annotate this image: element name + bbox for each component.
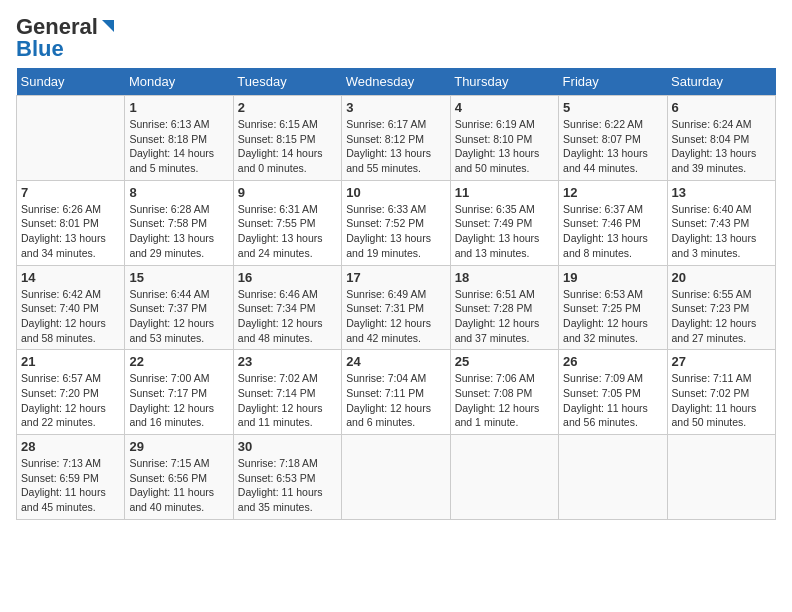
calendar-cell: 12Sunrise: 6:37 AMSunset: 7:46 PMDayligh… bbox=[559, 180, 667, 265]
calendar-cell: 1Sunrise: 6:13 AMSunset: 8:18 PMDaylight… bbox=[125, 96, 233, 181]
day-number: 1 bbox=[129, 100, 228, 115]
day-content: Sunrise: 6:22 AMSunset: 8:07 PMDaylight:… bbox=[563, 117, 662, 176]
day-number: 21 bbox=[21, 354, 120, 369]
day-number: 13 bbox=[672, 185, 771, 200]
day-content: Sunrise: 6:24 AMSunset: 8:04 PMDaylight:… bbox=[672, 117, 771, 176]
day-number: 28 bbox=[21, 439, 120, 454]
calendar-cell bbox=[667, 435, 775, 520]
day-content: Sunrise: 7:02 AMSunset: 7:14 PMDaylight:… bbox=[238, 371, 337, 430]
calendar-cell: 23Sunrise: 7:02 AMSunset: 7:14 PMDayligh… bbox=[233, 350, 341, 435]
day-number: 25 bbox=[455, 354, 554, 369]
day-content: Sunrise: 6:26 AMSunset: 8:01 PMDaylight:… bbox=[21, 202, 120, 261]
calendar-cell: 11Sunrise: 6:35 AMSunset: 7:49 PMDayligh… bbox=[450, 180, 558, 265]
calendar-cell: 16Sunrise: 6:46 AMSunset: 7:34 PMDayligh… bbox=[233, 265, 341, 350]
day-content: Sunrise: 6:44 AMSunset: 7:37 PMDaylight:… bbox=[129, 287, 228, 346]
day-content: Sunrise: 7:04 AMSunset: 7:11 PMDaylight:… bbox=[346, 371, 445, 430]
day-content: Sunrise: 6:28 AMSunset: 7:58 PMDaylight:… bbox=[129, 202, 228, 261]
calendar-cell: 2Sunrise: 6:15 AMSunset: 8:15 PMDaylight… bbox=[233, 96, 341, 181]
calendar-cell: 4Sunrise: 6:19 AMSunset: 8:10 PMDaylight… bbox=[450, 96, 558, 181]
page-header: General Blue bbox=[16, 16, 776, 60]
column-header-friday: Friday bbox=[559, 68, 667, 96]
day-number: 15 bbox=[129, 270, 228, 285]
day-number: 24 bbox=[346, 354, 445, 369]
day-content: Sunrise: 6:31 AMSunset: 7:55 PMDaylight:… bbox=[238, 202, 337, 261]
day-number: 23 bbox=[238, 354, 337, 369]
svg-marker-0 bbox=[102, 20, 114, 32]
calendar-cell: 29Sunrise: 7:15 AMSunset: 6:56 PMDayligh… bbox=[125, 435, 233, 520]
day-content: Sunrise: 6:51 AMSunset: 7:28 PMDaylight:… bbox=[455, 287, 554, 346]
calendar-cell: 14Sunrise: 6:42 AMSunset: 7:40 PMDayligh… bbox=[17, 265, 125, 350]
day-content: Sunrise: 7:00 AMSunset: 7:17 PMDaylight:… bbox=[129, 371, 228, 430]
day-content: Sunrise: 6:57 AMSunset: 7:20 PMDaylight:… bbox=[21, 371, 120, 430]
calendar-week-row: 21Sunrise: 6:57 AMSunset: 7:20 PMDayligh… bbox=[17, 350, 776, 435]
day-number: 6 bbox=[672, 100, 771, 115]
day-content: Sunrise: 6:33 AMSunset: 7:52 PMDaylight:… bbox=[346, 202, 445, 261]
calendar-week-row: 1Sunrise: 6:13 AMSunset: 8:18 PMDaylight… bbox=[17, 96, 776, 181]
calendar-cell: 7Sunrise: 6:26 AMSunset: 8:01 PMDaylight… bbox=[17, 180, 125, 265]
day-number: 19 bbox=[563, 270, 662, 285]
calendar-cell: 10Sunrise: 6:33 AMSunset: 7:52 PMDayligh… bbox=[342, 180, 450, 265]
day-number: 14 bbox=[21, 270, 120, 285]
day-number: 27 bbox=[672, 354, 771, 369]
logo-text: General bbox=[16, 16, 98, 38]
day-content: Sunrise: 7:15 AMSunset: 6:56 PMDaylight:… bbox=[129, 456, 228, 515]
calendar-cell: 8Sunrise: 6:28 AMSunset: 7:58 PMDaylight… bbox=[125, 180, 233, 265]
column-header-thursday: Thursday bbox=[450, 68, 558, 96]
day-content: Sunrise: 6:46 AMSunset: 7:34 PMDaylight:… bbox=[238, 287, 337, 346]
day-content: Sunrise: 6:55 AMSunset: 7:23 PMDaylight:… bbox=[672, 287, 771, 346]
day-content: Sunrise: 7:06 AMSunset: 7:08 PMDaylight:… bbox=[455, 371, 554, 430]
calendar-cell: 3Sunrise: 6:17 AMSunset: 8:12 PMDaylight… bbox=[342, 96, 450, 181]
day-number: 5 bbox=[563, 100, 662, 115]
column-header-monday: Monday bbox=[125, 68, 233, 96]
day-number: 2 bbox=[238, 100, 337, 115]
calendar-cell: 15Sunrise: 6:44 AMSunset: 7:37 PMDayligh… bbox=[125, 265, 233, 350]
column-header-wednesday: Wednesday bbox=[342, 68, 450, 96]
calendar-cell: 28Sunrise: 7:13 AMSunset: 6:59 PMDayligh… bbox=[17, 435, 125, 520]
column-header-tuesday: Tuesday bbox=[233, 68, 341, 96]
day-content: Sunrise: 6:42 AMSunset: 7:40 PMDaylight:… bbox=[21, 287, 120, 346]
calendar-cell: 21Sunrise: 6:57 AMSunset: 7:20 PMDayligh… bbox=[17, 350, 125, 435]
day-content: Sunrise: 6:35 AMSunset: 7:49 PMDaylight:… bbox=[455, 202, 554, 261]
logo-blue-text: Blue bbox=[16, 38, 64, 60]
day-number: 11 bbox=[455, 185, 554, 200]
calendar-cell: 27Sunrise: 7:11 AMSunset: 7:02 PMDayligh… bbox=[667, 350, 775, 435]
day-content: Sunrise: 7:09 AMSunset: 7:05 PMDaylight:… bbox=[563, 371, 662, 430]
logo: General Blue bbox=[16, 16, 116, 60]
day-content: Sunrise: 6:15 AMSunset: 8:15 PMDaylight:… bbox=[238, 117, 337, 176]
day-number: 9 bbox=[238, 185, 337, 200]
calendar-cell: 5Sunrise: 6:22 AMSunset: 8:07 PMDaylight… bbox=[559, 96, 667, 181]
day-content: Sunrise: 6:40 AMSunset: 7:43 PMDaylight:… bbox=[672, 202, 771, 261]
calendar-cell: 26Sunrise: 7:09 AMSunset: 7:05 PMDayligh… bbox=[559, 350, 667, 435]
day-number: 22 bbox=[129, 354, 228, 369]
day-number: 3 bbox=[346, 100, 445, 115]
day-content: Sunrise: 7:11 AMSunset: 7:02 PMDaylight:… bbox=[672, 371, 771, 430]
day-number: 26 bbox=[563, 354, 662, 369]
calendar-cell: 17Sunrise: 6:49 AMSunset: 7:31 PMDayligh… bbox=[342, 265, 450, 350]
day-number: 18 bbox=[455, 270, 554, 285]
calendar-cell bbox=[450, 435, 558, 520]
calendar-cell: 19Sunrise: 6:53 AMSunset: 7:25 PMDayligh… bbox=[559, 265, 667, 350]
day-content: Sunrise: 6:49 AMSunset: 7:31 PMDaylight:… bbox=[346, 287, 445, 346]
day-content: Sunrise: 6:13 AMSunset: 8:18 PMDaylight:… bbox=[129, 117, 228, 176]
calendar-cell: 25Sunrise: 7:06 AMSunset: 7:08 PMDayligh… bbox=[450, 350, 558, 435]
calendar-cell: 9Sunrise: 6:31 AMSunset: 7:55 PMDaylight… bbox=[233, 180, 341, 265]
calendar-cell: 18Sunrise: 6:51 AMSunset: 7:28 PMDayligh… bbox=[450, 265, 558, 350]
day-content: Sunrise: 6:53 AMSunset: 7:25 PMDaylight:… bbox=[563, 287, 662, 346]
day-number: 10 bbox=[346, 185, 445, 200]
calendar-week-row: 7Sunrise: 6:26 AMSunset: 8:01 PMDaylight… bbox=[17, 180, 776, 265]
day-content: Sunrise: 7:18 AMSunset: 6:53 PMDaylight:… bbox=[238, 456, 337, 515]
day-number: 17 bbox=[346, 270, 445, 285]
calendar-cell bbox=[342, 435, 450, 520]
calendar-week-row: 28Sunrise: 7:13 AMSunset: 6:59 PMDayligh… bbox=[17, 435, 776, 520]
calendar-cell: 20Sunrise: 6:55 AMSunset: 7:23 PMDayligh… bbox=[667, 265, 775, 350]
day-content: Sunrise: 7:13 AMSunset: 6:59 PMDaylight:… bbox=[21, 456, 120, 515]
day-number: 7 bbox=[21, 185, 120, 200]
calendar-cell: 13Sunrise: 6:40 AMSunset: 7:43 PMDayligh… bbox=[667, 180, 775, 265]
day-number: 4 bbox=[455, 100, 554, 115]
day-number: 29 bbox=[129, 439, 228, 454]
calendar-week-row: 14Sunrise: 6:42 AMSunset: 7:40 PMDayligh… bbox=[17, 265, 776, 350]
day-content: Sunrise: 6:19 AMSunset: 8:10 PMDaylight:… bbox=[455, 117, 554, 176]
calendar-cell bbox=[17, 96, 125, 181]
day-number: 8 bbox=[129, 185, 228, 200]
column-header-sunday: Sunday bbox=[17, 68, 125, 96]
